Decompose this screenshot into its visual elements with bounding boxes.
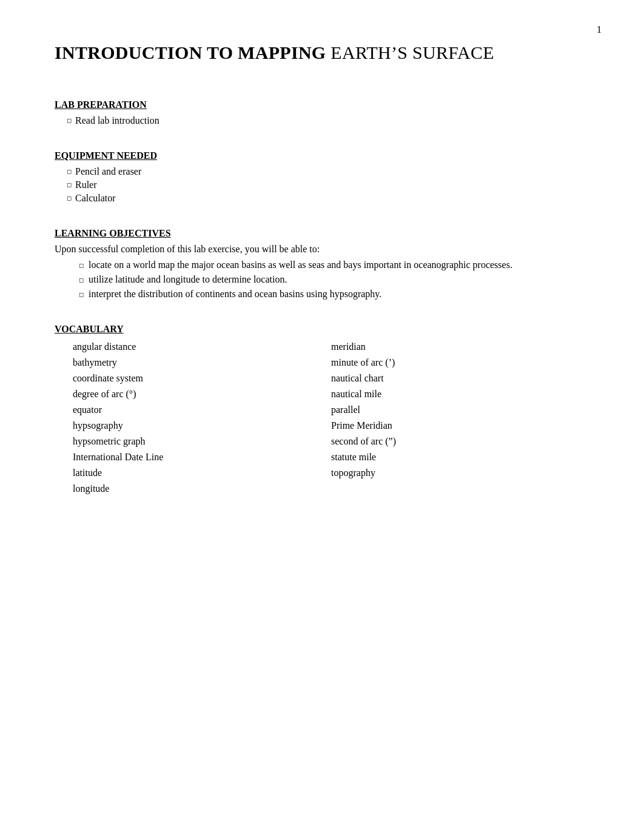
list-item: locate on a world map the major ocean ba… bbox=[79, 260, 589, 270]
vocab-item: topography bbox=[331, 466, 589, 480]
vocab-item: Prime Meridian bbox=[331, 418, 589, 433]
page-title: INTRODUCTION TO MAPPING EARTH’S SURFACE bbox=[55, 42, 589, 63]
list-item: Read lab introduction bbox=[67, 115, 589, 126]
vocabulary-right-column: meridian minute of arc (’) nautical char… bbox=[331, 340, 589, 496]
vocab-item: longitude bbox=[73, 481, 331, 496]
list-item-text: interpret the distribution of continents… bbox=[89, 289, 381, 300]
list-item-text: Pencil and eraser bbox=[75, 166, 141, 177]
vocab-item: coordinate system bbox=[73, 371, 331, 386]
list-item: utilize latitude and longitude to determ… bbox=[79, 274, 589, 285]
vocab-item: parallel bbox=[331, 403, 589, 417]
equipment-list: Pencil and eraser Ruler Calculator bbox=[55, 166, 589, 204]
vocab-item: minute of arc (’) bbox=[331, 355, 589, 370]
objectives-intro: Upon successful completion of this lab e… bbox=[55, 244, 589, 255]
vocab-item: equator bbox=[73, 403, 331, 417]
equipment-section: EQUIPMENT NEEDED Pencil and eraser Ruler… bbox=[55, 150, 589, 204]
vocab-item: hypsometric graph bbox=[73, 434, 331, 449]
list-item: Calculator bbox=[67, 193, 589, 204]
lab-preparation-heading: LAB PREPARATION bbox=[55, 99, 589, 110]
list-item-text: utilize latitude and longitude to determ… bbox=[89, 274, 287, 285]
list-item-text: Read lab introduction bbox=[75, 115, 159, 126]
list-item-text: Calculator bbox=[75, 193, 116, 204]
vocab-item: angular distance bbox=[73, 340, 331, 354]
vocab-item: latitude bbox=[73, 466, 331, 480]
title-bold-part: INTRODUCTION TO MAPPING bbox=[55, 42, 326, 62]
list-item-text: Ruler bbox=[75, 179, 97, 190]
list-item: Ruler bbox=[67, 179, 589, 190]
vocabulary-section: VOCABULARY angular distance bathymetry c… bbox=[55, 324, 589, 496]
title-block: INTRODUCTION TO MAPPING EARTH’S SURFACE bbox=[55, 42, 589, 63]
vocab-item: meridian bbox=[331, 340, 589, 354]
lab-preparation-section: LAB PREPARATION Read lab introduction bbox=[55, 99, 589, 126]
vocab-item: bathymetry bbox=[73, 355, 331, 370]
vocabulary-columns: angular distance bathymetry coordinate s… bbox=[55, 340, 589, 496]
vocab-item: hypsography bbox=[73, 418, 331, 433]
lab-preparation-list: Read lab introduction bbox=[55, 115, 589, 126]
page-number: 1 bbox=[597, 24, 602, 35]
vocab-item: nautical mile bbox=[331, 387, 589, 401]
title-regular-part: EARTH’S SURFACE bbox=[326, 42, 494, 62]
list-item-text: locate on a world map the major ocean ba… bbox=[89, 260, 512, 270]
vocabulary-left-column: angular distance bathymetry coordinate s… bbox=[73, 340, 331, 496]
vocab-item: International Date Line bbox=[73, 450, 331, 464]
learning-objectives-heading: LEARNING OBJECTIVES bbox=[55, 228, 589, 239]
vocab-item: statute mile bbox=[331, 450, 589, 464]
objectives-list: locate on a world map the major ocean ba… bbox=[55, 260, 589, 300]
learning-objectives-section: LEARNING OBJECTIVES Upon successful comp… bbox=[55, 228, 589, 300]
list-item: interpret the distribution of continents… bbox=[79, 289, 589, 300]
page: 1 INTRODUCTION TO MAPPING EARTH’S SURFAC… bbox=[0, 0, 644, 835]
vocab-item: second of arc (”) bbox=[331, 434, 589, 449]
list-item: Pencil and eraser bbox=[67, 166, 589, 177]
equipment-heading: EQUIPMENT NEEDED bbox=[55, 150, 589, 161]
vocab-item: nautical chart bbox=[331, 371, 589, 386]
vocab-item: degree of arc (°) bbox=[73, 387, 331, 401]
vocabulary-heading: VOCABULARY bbox=[55, 324, 589, 335]
